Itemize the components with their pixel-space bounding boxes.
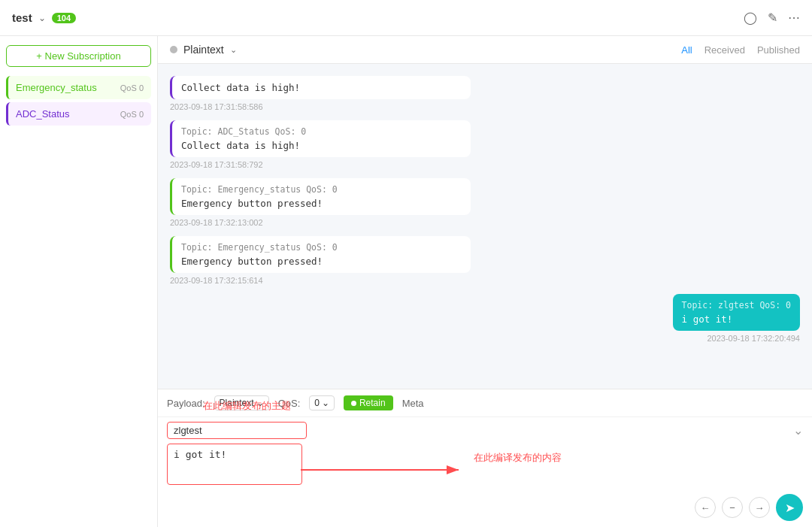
chat-topic-label: Plaintext [183,44,224,56]
sidebar-item-adc-status[interactable]: ADC_Status QoS 0 [6,102,151,126]
message-topic: Topic: Emergency_status QoS: 0 [181,184,462,195]
payload-label: Payload: [167,398,205,409]
message-timestamp: 2023-09-18 17:31:58:792 [170,160,800,169]
connection-status-dot [170,46,177,53]
topic-annotation: 在此编辑发布的主题 [203,399,291,413]
message-bubble: Topic: Emergency_status QoS: 0 Emergency… [170,236,471,273]
message-topic: Topic: Emergency_status QoS: 0 [181,242,462,253]
message-content: Collect data is high! [181,82,300,93]
expand-icon[interactable]: ⌄ [793,423,803,438]
edit-icon[interactable]: ✎ [768,11,777,25]
tab-received[interactable]: Received [704,44,745,56]
sent-message-timestamp: 2023-09-18 17:32:20:494 [707,334,800,343]
chat-header: Plaintext ⌄ All Received Published [158,36,812,64]
message-item: Topic: Emergency_status QoS: 0 Emergency… [170,178,800,227]
messages-list: Collect data is high! 2023-09-18 17:31:5… [158,64,812,389]
more-icon[interactable]: ⋯ [788,11,800,25]
message-bubble: Collect data is high! [170,76,471,99]
chat-area: Plaintext ⌄ All Received Published Colle… [158,36,812,527]
retain-button[interactable]: Retain [344,395,393,410]
message-count-badge: 104 [52,13,76,23]
subscription-qos: QoS 0 [120,110,144,119]
retain-label: Retain [359,398,386,408]
retain-dot-icon [351,401,356,406]
topic-row: ⌄ 在此编辑发布的主题 [158,417,812,444]
message-item: Topic: ADC_Status QoS: 0 Collect data is… [170,120,800,169]
content-textarea[interactable]: i got it! [167,444,302,485]
message-bubble: Topic: ADC_Status QoS: 0 Collect data is… [170,120,471,157]
subscription-qos: QoS 0 [120,83,144,92]
sidebar: + New Subscription Emergency_status QoS … [0,36,158,527]
sidebar-item-emergency-status[interactable]: Emergency_status QoS 0 [6,76,151,99]
message-timestamp: 2023-09-18 17:31:58:586 [170,102,800,111]
qos-select[interactable]: 0 ⌄ [309,395,335,410]
subscription-name: ADC_Status [16,108,70,120]
message-topic: Topic: ADC_Status QoS: 0 [181,126,462,137]
chevron-down-icon: ⌄ [38,13,46,23]
sent-message-content: i got it! [682,313,791,325]
nav-next-button[interactable]: → [749,497,770,518]
new-subscription-button[interactable]: + New Subscription [6,45,151,67]
sent-message-bubble: Topic: zlgtest QoS: 0 i got it! [673,294,800,331]
sent-message-item: Topic: zlgtest QoS: 0 i got it! 2023-09-… [170,294,800,343]
qos-value: 0 [314,398,320,408]
meta-button[interactable]: Meta [402,398,424,409]
message-item: Topic: Emergency_status QoS: 0 Emergency… [170,236,800,285]
nav-prev-button[interactable]: − [722,497,743,518]
power-icon[interactable]: ◯ [744,11,757,25]
message-bubble: Topic: Emergency_status QoS: 0 Emergency… [170,178,471,215]
tab-all[interactable]: All [681,44,692,56]
nav-back-button[interactable]: ← [695,497,716,518]
input-area: Payload: Plaintext ⌄ QoS: 0 ⌄ Retain Met… [158,389,812,527]
message-item: Collect data is high! 2023-09-18 17:31:5… [170,76,800,111]
app-title: test [12,11,32,24]
send-button[interactable]: ➤ [776,494,803,521]
sent-message-topic: Topic: zlgtest QoS: 0 [682,300,791,310]
content-row: i got it! 在此编译发布的内容 [158,444,812,491]
app-header: test ⌄ 104 ◯ ✎ ⋯ [0,0,812,36]
subscription-name: Emergency_status [16,82,97,93]
message-content: Emergency button pressed! [181,256,323,267]
message-timestamp: 2023-09-18 17:32:13:002 [170,218,800,227]
input-bottom-row: ← − → ➤ [158,491,812,527]
message-timestamp: 2023-09-18 17:32:15:614 [170,276,800,285]
topic-chevron-icon[interactable]: ⌄ [230,45,237,55]
content-annotation: 在此编译发布的内容 [474,451,562,465]
qos-chevron-icon: ⌄ [322,398,329,408]
tab-published[interactable]: Published [757,44,800,56]
message-content: Emergency button pressed! [181,198,323,209]
topic-input[interactable] [167,422,307,439]
message-content: Collect data is high! [181,140,300,151]
